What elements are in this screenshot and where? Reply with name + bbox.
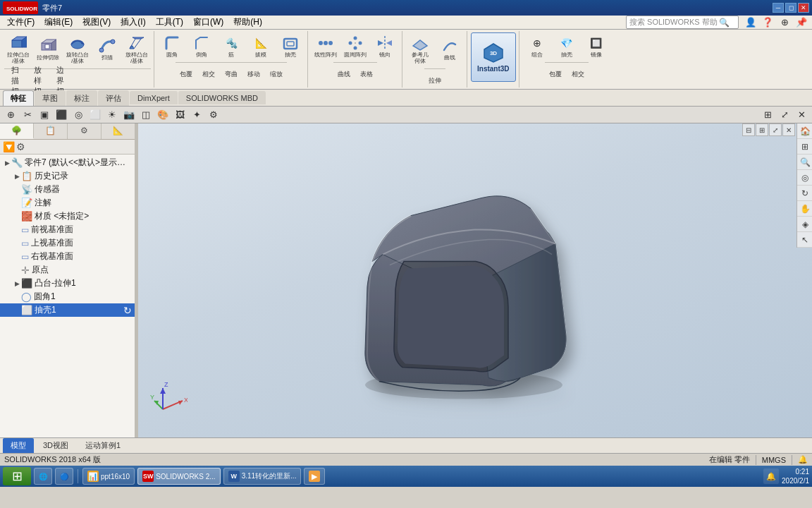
instant3d-button[interactable]: 3D Instant3D bbox=[471, 32, 516, 82]
tree-sensor[interactable]: 📡 传感器 bbox=[0, 183, 135, 196]
view-light-btn[interactable]: ☀ bbox=[104, 108, 120, 122]
taskbar-ppt[interactable]: 📊 ppt16x10 bbox=[82, 468, 135, 485]
fillet-button[interactable]: 圆角 bbox=[158, 32, 186, 61]
search-box[interactable]: 搜索 SOLIDWORKS 帮助 🔍 bbox=[626, 16, 739, 29]
view-display-btn[interactable]: ▣ bbox=[37, 108, 52, 122]
wrap-button[interactable]: 包覆 bbox=[176, 64, 197, 85]
help-icon[interactable]: ❓ bbox=[760, 16, 775, 30]
interf-btn[interactable]: 相交 bbox=[567, 64, 589, 85]
vp-select-icon[interactable]: ↖ bbox=[797, 232, 812, 248]
filter-button[interactable]: ⚙ bbox=[16, 141, 25, 152]
chamfer-button[interactable]: 倒角 bbox=[187, 32, 216, 61]
intersect-button[interactable]: 相交 bbox=[198, 64, 219, 85]
tab-mbd[interactable]: SOLIDWORKS MBD bbox=[178, 91, 266, 104]
flex-button[interactable]: 弯曲 bbox=[221, 64, 242, 85]
menu-file[interactable]: 文件(F) bbox=[3, 15, 39, 30]
curve-button[interactable]: 曲线 bbox=[436, 35, 464, 64]
vp-close-view[interactable]: ✕ bbox=[782, 123, 795, 136]
viewport-close-btn[interactable]: ✕ bbox=[794, 108, 809, 122]
start-button[interactable]: ⊞ bbox=[3, 467, 31, 485]
viewport[interactable]: X Y Z 🏠 ⊞ 🔍 ◎ ↻ ✋ ◈ ↖ ⊟ ⊞ ⤢ ✕ bbox=[138, 123, 812, 437]
vp-home-icon[interactable]: 🏠 bbox=[797, 123, 812, 139]
tree-boss-loft[interactable]: ▶ ⬛ 凸台-拉伸1 bbox=[0, 277, 135, 290]
move-button[interactable]: 移动 bbox=[243, 64, 264, 85]
rib-button[interactable]: 🔩 筋 bbox=[217, 32, 245, 61]
menu-help[interactable]: 帮助(H) bbox=[229, 15, 266, 30]
tree-top-plane[interactable]: ▭ 上视基准面 bbox=[0, 236, 135, 250]
menu-edit[interactable]: 编辑(E) bbox=[40, 15, 77, 30]
view-appear-btn[interactable]: 🎨 bbox=[155, 108, 171, 122]
vp-maximize[interactable]: ⤢ bbox=[769, 123, 782, 136]
panel-tab-config[interactable]: ⚙ bbox=[68, 123, 102, 139]
loft-button[interactable]: 放样凸台/基体 bbox=[123, 32, 151, 67]
vp-3d-icon[interactable]: ◈ bbox=[797, 217, 812, 232]
vp-zoom-in-icon[interactable]: 🔍 bbox=[797, 155, 812, 170]
taskbar-word[interactable]: W 3.11转化的里新... bbox=[223, 468, 302, 485]
view-scene-btn[interactable]: 🖼 bbox=[172, 108, 187, 122]
vp-zoom-sel-icon[interactable]: ◎ bbox=[797, 170, 812, 186]
tab-evaluate[interactable]: 评估 bbox=[98, 90, 129, 106]
patch-button[interactable]: 曲线 bbox=[333, 64, 355, 85]
view-settings-btn[interactable]: ⚙ bbox=[206, 108, 221, 122]
tree-history[interactable]: ▶ 📋 历史记录 bbox=[0, 169, 135, 183]
panel-tab-props[interactable]: 📋 bbox=[34, 123, 68, 139]
pin-icon[interactable]: 📌 bbox=[794, 16, 809, 30]
tab-features[interactable]: 特征 bbox=[3, 90, 34, 106]
tree-root-expand[interactable]: ▶ bbox=[3, 159, 11, 167]
user-icon[interactable]: 👤 bbox=[743, 16, 758, 30]
fill-button[interactable]: 表格 bbox=[356, 64, 377, 85]
panel-tab-dim[interactable]: 📐 bbox=[102, 123, 135, 139]
restore-button[interactable]: ◻ bbox=[785, 3, 796, 13]
extrude-cut-button[interactable]: 拉伸切除 bbox=[34, 35, 62, 64]
view-render-btn[interactable]: ✦ bbox=[189, 108, 204, 122]
intersect-btn[interactable]: ⊕ 组合 bbox=[523, 32, 551, 61]
view-hide-btn[interactable]: ◎ bbox=[70, 108, 86, 122]
taskbar-chrome[interactable]: 🔵 bbox=[55, 468, 73, 485]
tree-root[interactable]: ▶ 🔧 零件7 (默认<<默认>显示状态-1>) bbox=[0, 156, 135, 169]
tree-front-plane[interactable]: ▭ 前视基准面 bbox=[0, 223, 135, 236]
revolve-button[interactable]: 旋转凸台/基体 bbox=[63, 32, 92, 67]
taskbar-media[interactable]: ▶ bbox=[304, 468, 325, 485]
vp-split-horiz[interactable]: ⊟ bbox=[742, 123, 755, 136]
tree-boss-expand[interactable]: ▶ bbox=[13, 280, 21, 287]
menu-window[interactable]: 窗口(W) bbox=[189, 15, 228, 30]
ref-plane-button[interactable]: 参考几何体 bbox=[406, 32, 434, 67]
tab-dimxpert[interactable]: DimXpert bbox=[130, 91, 178, 104]
taskbar-quicklaunch[interactable]: 🌐 bbox=[34, 468, 52, 485]
taskbar-notify-btn[interactable]: 🔔 bbox=[763, 468, 779, 484]
tree-right-plane[interactable]: ▭ 右视基准面 bbox=[0, 250, 135, 263]
scan-cut-button[interactable]: 扫描切 bbox=[4, 71, 25, 92]
menu-view[interactable]: 视图(V) bbox=[78, 15, 115, 30]
scale-button[interactable]: 缩放 bbox=[266, 64, 287, 85]
close-button[interactable]: ✕ bbox=[798, 3, 809, 13]
expand-icon[interactable]: ⊕ bbox=[777, 16, 792, 30]
shell-button[interactable]: 抽壳 bbox=[276, 32, 304, 61]
tree-origin[interactable]: ✛ 原点 bbox=[0, 263, 135, 277]
vp-zoom-fit-icon[interactable]: ⊞ bbox=[797, 139, 812, 155]
extrude-boss-button[interactable]: 拉伸凸台/基体 bbox=[4, 32, 32, 67]
vp-split-vert[interactable]: ⊞ bbox=[756, 123, 768, 136]
bottom-tab-motion[interactable]: 运动算例1 bbox=[78, 438, 128, 453]
tree-annotation[interactable]: 📝 注解 bbox=[0, 196, 135, 210]
menu-insert[interactable]: 插入(I) bbox=[116, 15, 149, 30]
linear-pattern-button[interactable]: 线性阵列 bbox=[312, 32, 340, 61]
tree-fillet1[interactable]: ◯ 圆角1 bbox=[0, 290, 135, 303]
tree-history-expand[interactable]: ▶ bbox=[13, 173, 21, 180]
tab-sketch[interactable]: 草图 bbox=[35, 90, 66, 106]
extrude-btn2[interactable]: 拉伸 bbox=[424, 71, 445, 92]
mirror-button[interactable]: 镜向 bbox=[371, 32, 399, 61]
view-shaded-btn[interactable]: ⬛ bbox=[54, 108, 69, 122]
view-cam-btn[interactable]: 📷 bbox=[121, 108, 137, 122]
taskbar-solidworks[interactable]: SW SOLIDWORKS 2... bbox=[137, 468, 220, 485]
minimize-button[interactable]: ─ bbox=[773, 3, 784, 13]
tree-shell1[interactable]: ⬜ 抽壳1 ↻ bbox=[0, 303, 135, 317]
tab-annotation[interactable]: 标注 bbox=[66, 90, 97, 106]
bottom-tab-3dview[interactable]: 3D视图 bbox=[35, 438, 76, 453]
menu-tools[interactable]: 工具(T) bbox=[152, 15, 187, 30]
viewport-max-btn[interactable]: ⤢ bbox=[777, 108, 792, 122]
view-persp-btn[interactable]: ⬜ bbox=[87, 108, 103, 122]
view-orient-btn[interactable]: ⊕ bbox=[3, 108, 18, 122]
bottom-tab-model[interactable]: 模型 bbox=[3, 438, 34, 453]
mirror-btn[interactable]: 🔲 镜像 bbox=[582, 32, 610, 61]
include-btn[interactable]: 包覆 bbox=[545, 64, 566, 85]
